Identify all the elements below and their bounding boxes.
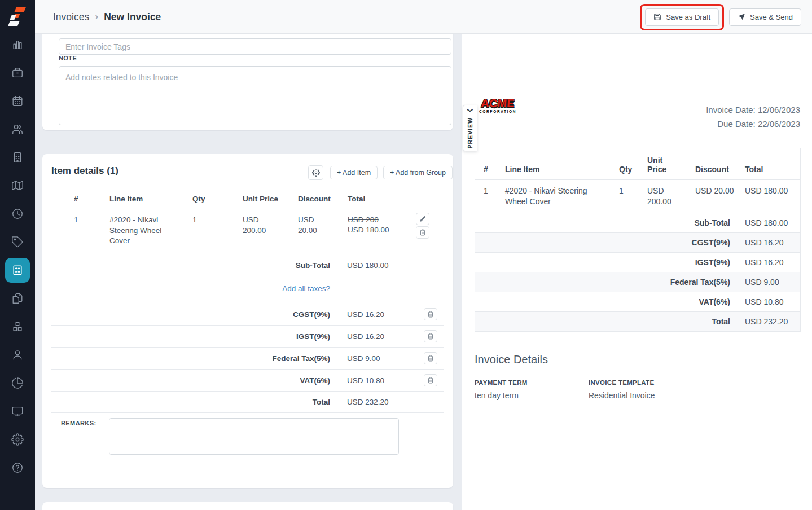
breadcrumb: Invoices › New Invoice — [53, 0, 161, 34]
total-row-value: USD 10.80 — [745, 297, 783, 306]
invoice-preview-panel: ❯ PREVIEW ACME CORPORATION Invoice Date:… — [462, 34, 812, 510]
app-logo[interactable] — [0, 0, 35, 34]
payment-term-value: ten day term — [475, 391, 519, 400]
sidebar-item-jobs[interactable] — [0, 59, 35, 87]
sidebar-nav — [0, 30, 35, 482]
invoice-date: Invoice Date: 12/06/2023 — [706, 103, 800, 117]
user-icon — [11, 349, 24, 361]
divider — [51, 302, 444, 302]
sidebar-item-pricing[interactable] — [0, 228, 35, 256]
sidebar-item-reports[interactable] — [0, 369, 35, 397]
row-discount: USD 20.00 — [298, 215, 333, 236]
note-textarea[interactable] — [59, 66, 451, 125]
item-details-card: Item details (1) + Add Item + Add from G… — [42, 154, 453, 488]
save-and-send-label: Save & Send — [750, 13, 793, 21]
active-highlight — [5, 258, 30, 283]
sidebar-item-invoices[interactable] — [0, 256, 35, 284]
divider — [51, 412, 444, 413]
invoice-tags-input[interactable] — [59, 38, 451, 55]
sidebar-item-documents[interactable] — [0, 284, 35, 313]
preview-total-row: CGST(9%) USD 16.20 — [475, 232, 800, 252]
trash-icon — [427, 355, 434, 362]
total-row-label: Sub-Total — [475, 218, 730, 227]
preview-item-row: 1 #2020 - Nikavi Steering Wheel Cover 1 … — [475, 180, 800, 213]
preview-total-row: VAT(6%) USD 10.80 — [475, 292, 800, 311]
invoice-template-value: Residential Invoice — [589, 391, 655, 400]
col-total: Total — [745, 165, 797, 174]
company-logo-text: ACME — [472, 97, 524, 110]
sidebar-item-employees[interactable] — [0, 341, 35, 369]
calculator-icon — [11, 264, 24, 276]
delete-tax-button[interactable] — [424, 374, 437, 386]
invoice-form-region: NOTE Item details (1) + Add Item + Add f… — [35, 34, 462, 510]
add-from-group-button[interactable]: + Add from Group — [383, 166, 453, 179]
preview-total-row: Sub-Total USD 180.00 — [475, 213, 800, 232]
remarks-label: REMARKS: — [61, 420, 96, 427]
floppy-disk-icon — [653, 13, 661, 21]
sidebar-item-devices[interactable] — [0, 397, 35, 425]
pencil-icon — [419, 216, 426, 222]
preview-tab-label: PREVIEW — [467, 117, 473, 148]
top-header: Invoices › New Invoice Save as Draft Sav… — [35, 0, 812, 34]
item-settings-button[interactable] — [308, 165, 323, 180]
save-as-draft-label: Save as Draft — [666, 13, 710, 21]
delete-tax-button[interactable] — [424, 352, 437, 364]
packages-icon — [11, 320, 24, 333]
sidebar-item-company[interactable] — [0, 143, 35, 172]
preview-invoice-table: # Line Item Qty Unit Price Discount Tota… — [475, 148, 801, 332]
sidebar-item-help[interactable] — [0, 454, 35, 482]
sidebar-item-inventory[interactable] — [0, 313, 35, 341]
trash-icon — [427, 311, 434, 318]
col-index: # — [484, 165, 488, 174]
tax-label: IGST(9%) — [51, 332, 330, 341]
delete-tax-button[interactable] — [424, 308, 437, 320]
copy-pages-icon — [11, 292, 24, 305]
page-title: New Invoice — [104, 11, 161, 23]
divider — [51, 254, 339, 254]
row-name: #2020 - Nikavi Steering Wheel Cover — [109, 215, 166, 247]
sidebar-item-customers[interactable] — [0, 115, 35, 143]
total-row-label: CGST(9%) — [475, 238, 730, 247]
chevron-right-icon: ❯ — [467, 108, 473, 113]
total-row-value: USD 9.00 — [745, 278, 779, 287]
remarks-textarea[interactable] — [109, 418, 399, 455]
col-discount: Discount — [695, 165, 735, 174]
due-date: Due Date: 22/06/2023 — [706, 117, 800, 131]
divider — [51, 369, 444, 370]
col-unit-price: Unit Price — [647, 156, 678, 174]
total-row-label: VAT(6%) — [475, 297, 730, 306]
item-details-title: Item details (1) — [51, 165, 118, 177]
divider — [51, 275, 339, 275]
sidebar-item-dashboard[interactable] — [0, 30, 35, 59]
sidebar-item-time[interactable] — [0, 200, 35, 228]
tax-value: USD 16.20 — [347, 310, 384, 319]
sidebar-item-map[interactable] — [0, 172, 35, 200]
sidebar-item-schedule[interactable] — [0, 87, 35, 115]
add-item-button[interactable]: + Add Item — [330, 166, 378, 179]
header-actions: Save as Draft Save & Send — [640, 0, 801, 34]
col-qty: Qty — [192, 195, 205, 203]
brand-lightning-icon — [8, 7, 28, 27]
row-total-original: USD 200 — [348, 215, 379, 226]
save-and-send-button[interactable]: Save & Send — [729, 8, 801, 26]
save-as-draft-button[interactable]: Save as Draft — [645, 8, 719, 26]
pie-chart-icon — [11, 377, 24, 389]
add-all-taxes-link[interactable]: Add all taxes? — [282, 284, 330, 293]
tax-value: USD 9.00 — [347, 354, 380, 363]
row-total: USD 180.00 — [745, 186, 797, 196]
sidebar-item-settings[interactable] — [0, 425, 35, 454]
total-row-value: USD 180.00 — [745, 218, 788, 227]
edit-row-button[interactable] — [416, 213, 429, 225]
bar-chart-icon — [11, 38, 24, 51]
breadcrumb-invoices[interactable]: Invoices — [53, 11, 89, 23]
tag-icon — [11, 236, 24, 248]
row-index: 1 — [74, 215, 78, 226]
gear-icon — [11, 433, 24, 446]
delete-row-button[interactable] — [416, 226, 429, 239]
col-unit-price: Unit Price — [243, 195, 278, 203]
divider — [51, 347, 444, 348]
preview-collapse-tab[interactable]: ❯ PREVIEW — [463, 105, 477, 151]
delete-tax-button[interactable] — [424, 330, 437, 342]
invoice-details-title: Invoice Details — [475, 353, 548, 366]
map-icon — [11, 179, 24, 192]
